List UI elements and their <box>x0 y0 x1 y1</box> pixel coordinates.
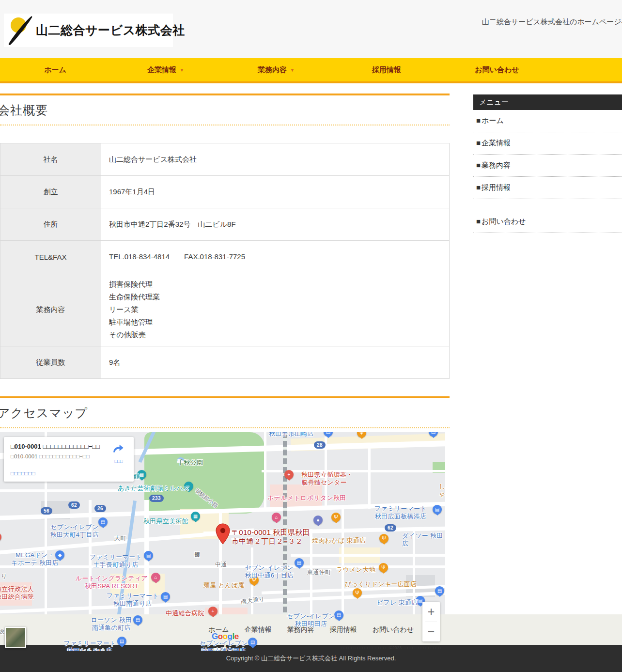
row-label: 社名 <box>0 143 101 176</box>
sidebar-item-recruit[interactable]: ■採用情報 <box>473 177 622 199</box>
satellite-view-toggle[interactable] <box>5 627 26 648</box>
pin-tail <box>250 646 255 651</box>
chevron-down-icon: ▼ <box>180 68 184 73</box>
pin-tail <box>136 624 140 628</box>
map-bed-pin[interactable]: ⌂ <box>151 573 160 586</box>
section-rule <box>0 396 450 398</box>
map-poi-label[interactable]: びっくりドンキー広面店 <box>345 580 417 588</box>
row-value: TEL.018-834-4814 FAX.018-831-7725 <box>101 241 450 273</box>
map-poi-label[interactable]: ホテルメトロポリタン秋田 <box>267 494 346 502</box>
row-label: 創立 <box>0 176 101 208</box>
map-poi-label: 中通 <box>215 561 227 568</box>
map-poi-label[interactable]: 麺屋 とんぼ庵 <box>203 581 245 589</box>
nav-item-recruit[interactable]: 採用情報 <box>331 58 442 81</box>
map-poi-label[interactable]: 中通総合病院 <box>166 609 204 617</box>
map-hotel-pin[interactable]: ⌂ <box>272 513 281 526</box>
directions-button[interactable]: □□□ <box>110 443 127 464</box>
pin-tail <box>193 520 198 525</box>
map-poi-label[interactable]: セブン-イレブン 秋田大町4丁目店 <box>47 523 102 538</box>
map-poi-label[interactable]: 秋田手形山崎店 <box>269 432 314 438</box>
map-poi-label[interactable]: ファミリーマート 秋田南通り店 <box>106 592 160 607</box>
map-food-pin[interactable]: Ψ <box>379 534 389 547</box>
map-hospital-pin[interactable]: + <box>208 607 218 620</box>
map-road <box>264 432 266 510</box>
nav-item-contact[interactable]: お問い合わせ <box>442 58 552 81</box>
map-card-subtitle: □010-0001 □□□□□□□□□□□□−□□ <box>11 453 90 459</box>
footer-link-contact[interactable]: お問い合わせ <box>373 625 414 634</box>
pin-tail <box>211 615 216 620</box>
map-poi-label[interactable]: しゃ <box>439 483 445 498</box>
map-poi-label[interactable]: ルートイングランティア 秋田SPA RESORT <box>72 575 152 590</box>
directions-icon <box>112 443 125 455</box>
map-hospital-pin[interactable]: + <box>0 532 1 546</box>
map-store-pin[interactable]: ▤ <box>117 637 126 650</box>
map-marker-pin[interactable] <box>216 523 230 547</box>
map-poi-label[interactable]: ラウメン大地 <box>336 566 375 574</box>
route-shield: 62 <box>385 524 396 531</box>
map-poi-label[interactable]: 秋田県立循環器・ 脳脊髄センター <box>301 471 353 486</box>
map-museum-pin[interactable]: ▦ <box>191 512 200 525</box>
footer-link-company[interactable]: 企業情報 <box>245 625 272 634</box>
map-food-pin[interactable]: Ψ <box>353 588 362 601</box>
table-row: 従業員数9名 <box>0 346 450 379</box>
view-larger-map-link[interactable]: □□□□□□□ <box>11 470 35 477</box>
dotted-divider <box>0 125 450 125</box>
map-poi-label[interactable]: 焼肉わかば 東通店 <box>312 537 366 545</box>
map-store-pin[interactable]: ▤ <box>429 432 438 440</box>
row-value: 9名 <box>101 346 450 379</box>
map-attribution[interactable]: □□□□□ □□□□□□□ □□□□□ ©2023 □□□□ □□□□□□□□□… <box>342 645 443 650</box>
map-poi-label[interactable]: ファミリーマート 土手長町通り店 <box>89 553 143 568</box>
sidebar-item-company[interactable]: ■企業情報 <box>473 132 622 155</box>
map-poi-label[interactable]: セブン-イレブン 秋田明田店 <box>285 612 337 627</box>
map-food-pin[interactable]: Ψ <box>357 432 366 441</box>
map-poi-label[interactable]: MEGAドン・ キホーテ 秋田店 <box>11 551 59 566</box>
nav-item-company[interactable]: 企業情報▼ <box>110 58 221 81</box>
pin-tail <box>163 600 168 605</box>
square-bullet-icon: ■ <box>476 139 481 147</box>
map-poi-label[interactable]: セブン-イレブン 秋田中通6丁目店 <box>242 564 296 579</box>
map-store-pin[interactable]: ▤ <box>435 586 444 599</box>
map-poi-label[interactable]: ファミリーマート 秋田ならやま店 <box>62 640 118 651</box>
main-content: 会社概要 社名山二総合サービス株式会社 創立1967年1月4日 住所秋田市中通2… <box>0 94 450 651</box>
map-poi-label[interactable]: あきた芸術劇場ミルハス <box>118 484 189 492</box>
sidebar-list: ■ホーム ■企業情報 ■業務内容 ■採用情報 ■お問い合わせ <box>473 110 622 233</box>
map-poi-label[interactable]: ローソン 秋田 南通亀の町店 <box>88 616 135 631</box>
nav-item-services[interactable]: 業務内容▼ <box>221 58 331 81</box>
copyright-text: Copyright © 山二総合サービス株式会社 All Rights Rese… <box>226 654 396 663</box>
table-row: TEL&FAXTEL.018-834-4814 FAX.018-831-7725 <box>0 241 450 273</box>
pin-tail <box>435 513 440 518</box>
map-store-pin[interactable]: ▤ <box>433 505 442 518</box>
map-hospital-pin[interactable]: + <box>284 470 294 483</box>
map-store-pin[interactable]: ▤ <box>324 432 333 440</box>
sidebar-title: メニュー <box>473 94 622 110</box>
map-info-card: □010-0001 □□□□□□□□□□□□−□□ □010-0001 □□□□… <box>4 437 134 482</box>
map-poi-label[interactable]: 秋田県立美術館 <box>143 517 188 525</box>
pin-tail <box>437 594 442 599</box>
google-logo[interactable]: Google <box>212 632 239 641</box>
map-poi-label[interactable]: ダイソー 秋田広 <box>402 532 445 547</box>
row-value: 山二総合サービス株式会社 <box>101 143 450 176</box>
map-poi-label[interactable]: ビフレ 東通店 <box>377 599 418 607</box>
map-poi-label[interactable]: ファミリーマート 秋田広面板橋添店 <box>372 505 429 520</box>
map-poi-label[interactable]: 館 <box>134 473 140 481</box>
map-store-pin[interactable]: ▤ <box>161 592 170 605</box>
map-food-pin[interactable]: Ψ <box>331 513 341 526</box>
pin-tail <box>154 581 158 586</box>
table-row: 業務内容損害保険代理 生命保険代理業 リース業 駐車場他管理 その他販売 <box>0 273 450 346</box>
map-store-pin[interactable]: ▤ <box>144 551 153 564</box>
zoom-in-button[interactable]: + <box>422 602 440 622</box>
map-food-pin[interactable]: Ψ <box>379 563 388 576</box>
zoom-out-button[interactable]: − <box>422 622 440 642</box>
square-bullet-icon: ■ <box>476 161 481 169</box>
pin-tail <box>120 645 124 650</box>
google-letter: g <box>228 632 233 641</box>
map-car-pin[interactable]: ● <box>313 516 323 529</box>
site-logo[interactable]: 山二総合サービス株式会社 <box>4 14 173 47</box>
chevron-down-icon: ▼ <box>290 68 295 73</box>
nav-item-home[interactable]: ホーム <box>0 58 110 81</box>
sidebar-item-contact[interactable]: ■お問い合わせ <box>473 211 622 233</box>
map-poi-label[interactable]: 独立行政法人 秋田総合病院 <box>0 585 34 600</box>
sidebar-item-services[interactable]: ■業務内容 <box>473 155 622 177</box>
row-label: 従業員数 <box>0 346 101 379</box>
sidebar-item-home[interactable]: ■ホーム <box>473 110 622 132</box>
